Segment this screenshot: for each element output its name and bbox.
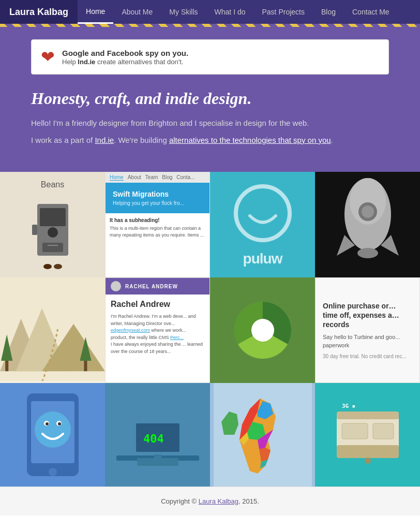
turbine-body: Say hello to Turbine and goo... paperwor… xyxy=(323,333,412,349)
swift-nav-blog[interactable]: Blog xyxy=(162,174,172,181)
svg-point-13 xyxy=(357,248,378,258)
rachel-link[interactable]: edgeofmyseat.com xyxy=(111,328,150,333)
svg-rect-40 xyxy=(337,411,399,419)
nav-link-skills[interactable]: My Skills xyxy=(161,0,206,24)
grid-cell-map[interactable] xyxy=(210,383,315,487)
nav-link-home[interactable]: Home xyxy=(78,0,113,24)
turbine-title: Online purchase or… time off, expenses a… xyxy=(323,301,412,330)
grid-cell-rocket[interactable] xyxy=(315,172,420,277)
nav-link-blog[interactable]: Blog xyxy=(313,0,344,24)
svg-rect-37 xyxy=(154,454,161,460)
svg-point-27 xyxy=(35,411,71,448)
rachel-body: Rachel Andrew I'm Rachel Andrew. I'm a w… xyxy=(106,295,209,360)
rocket-illustration xyxy=(326,173,409,276)
grid-cell-turbine[interactable]: Online purchase or… time off, expenses a… xyxy=(315,277,420,383)
svg-rect-1 xyxy=(40,208,66,226)
rachel-avatar-small xyxy=(111,281,121,291)
nav-item-blog[interactable]: Blog xyxy=(313,0,344,24)
footer-link[interactable]: Laura Kalbag xyxy=(199,497,238,505)
svg-point-23 xyxy=(251,319,274,342)
svg-text:3G: 3G xyxy=(342,403,349,409)
uk-map-illustration xyxy=(214,383,312,487)
swift-subtitle: Helping you get your flock fro... xyxy=(113,200,202,206)
indie-link-2[interactable]: Ind.ie xyxy=(95,136,114,144)
svg-point-31 xyxy=(58,422,61,425)
grid-cell-swift[interactable]: Home About Team Blog Conta... Swift Migr… xyxy=(105,172,210,277)
nav-item-contact[interactable]: Contact Me xyxy=(344,0,398,24)
404-illustration: 404 xyxy=(111,388,204,481)
turbine-trial: 30 day free trial. No credit card rec... xyxy=(323,354,412,359)
puluw-logo-circle xyxy=(232,182,294,244)
nav-item-skills[interactable]: My Skills xyxy=(161,0,206,24)
banner-title: Google and Facebook spy on you. xyxy=(62,49,188,57)
swift-nav-about[interactable]: About xyxy=(128,174,141,181)
nav-link-what[interactable]: What I do xyxy=(206,0,254,24)
grid-cell-rachel[interactable]: RACHEL ANDREW Rachel Andrew I'm Rachel A… xyxy=(105,277,210,383)
grid-cell-landscape[interactable] xyxy=(0,277,105,383)
svg-point-10 xyxy=(362,205,374,218)
nav-link-projects[interactable]: Past Projects xyxy=(253,0,312,24)
grid-cell-wallet[interactable]: 3G ■ xyxy=(315,383,420,487)
swift-body: This is a multi-item region that can con… xyxy=(110,225,205,238)
swift-hero: Swift Migrations Helping you get your fl… xyxy=(106,183,209,213)
beans-label: Beans xyxy=(41,180,64,189)
indie-link[interactable]: Ind.ie xyxy=(78,58,95,66)
grid-cell-404[interactable]: 404 xyxy=(105,383,210,487)
coffee-machine-illustration xyxy=(29,194,76,261)
rachel-name: Rachel Andrew xyxy=(111,300,204,309)
svg-point-6 xyxy=(236,186,290,240)
portfolio-grid: Beans Home About Team Blog Conta... xyxy=(0,172,420,487)
footer: Copyright © Laura Kalbag, 2015. xyxy=(0,487,420,516)
swift-subhead: It has a subheading! xyxy=(110,217,205,223)
nav-item-about[interactable]: About Me xyxy=(113,0,161,24)
nav-link-contact[interactable]: Contact Me xyxy=(344,0,398,24)
hero-title: Honesty, craft, and indie design. xyxy=(31,89,389,108)
perch-link[interactable]: Perc... xyxy=(170,335,184,340)
hero-section: ❤ Google and Facebook spy on you. Help I… xyxy=(0,27,420,172)
hero-para2: I work as a part of Ind.ie. We're buildi… xyxy=(31,135,389,146)
svg-point-30 xyxy=(46,422,49,425)
grid-cell-perch[interactable] xyxy=(210,277,315,383)
swift-content: It has a subheading! This is a multi-ite… xyxy=(106,213,209,242)
alternatives-link[interactable]: alternatives to the technologies that sp… xyxy=(169,136,331,144)
swift-mini-nav: Home About Team Blog Conta... xyxy=(106,172,209,183)
grid-cell-smiley-phone[interactable] xyxy=(0,383,105,487)
rachel-header: RACHEL ANDREW xyxy=(106,278,209,295)
svg-rect-5 xyxy=(32,225,37,235)
svg-rect-45 xyxy=(337,445,399,458)
heart-icon: ❤ xyxy=(41,47,55,67)
swift-title: Swift Migrations xyxy=(113,190,202,198)
nav-item-projects[interactable]: Past Projects xyxy=(253,0,312,24)
nav-links: Home About Me My Skills What I do Past P… xyxy=(78,0,398,24)
grid-cell-puluw[interactable]: puluw xyxy=(210,172,315,277)
puluw-wordmark: puluw xyxy=(243,251,282,267)
svg-text:■: ■ xyxy=(352,404,355,409)
rachel-header-name: RACHEL ANDREW xyxy=(125,284,178,289)
landscape-illustration xyxy=(0,277,105,381)
hero-para1: Hello! I'm a friendly designer from Brig… xyxy=(31,117,389,129)
swift-nav-home[interactable]: Home xyxy=(110,174,124,181)
banner-content: Google and Facebook spy on you. Help Ind… xyxy=(62,49,188,66)
main-nav: Laura Kalbag Home About Me My Skills Wha… xyxy=(0,0,420,24)
svg-text:404: 404 xyxy=(143,432,164,445)
site-brand[interactable]: Laura Kalbag xyxy=(0,0,78,24)
grid-cell-coffee[interactable]: Beans xyxy=(0,172,105,277)
svg-rect-42 xyxy=(373,423,394,439)
svg-point-2 xyxy=(48,227,58,238)
rachel-bio: I'm Rachel Andrew. I'm a web deve... and… xyxy=(111,313,204,355)
wallet-illustration: 3G ■ xyxy=(326,393,409,476)
smiley-phone-illustration xyxy=(22,388,84,481)
svg-point-46 xyxy=(365,458,371,464)
nav-item-what[interactable]: What I do xyxy=(206,0,254,24)
swift-nav-contact[interactable]: Conta... xyxy=(176,174,194,181)
swift-nav-team[interactable]: Team xyxy=(145,174,158,181)
svg-point-26 xyxy=(49,468,57,476)
banner-body: Help Ind.ie create alternatives that don… xyxy=(62,58,188,66)
svg-rect-3 xyxy=(42,243,63,252)
nav-item-home[interactable]: Home xyxy=(78,0,113,24)
footer-text: Copyright © Laura Kalbag, 2015. xyxy=(161,497,259,505)
nav-link-about[interactable]: About Me xyxy=(113,0,161,24)
svg-rect-41 xyxy=(342,423,368,439)
indie-banner: ❤ Google and Facebook spy on you. Help I… xyxy=(31,39,389,75)
perch-logo xyxy=(229,297,296,364)
